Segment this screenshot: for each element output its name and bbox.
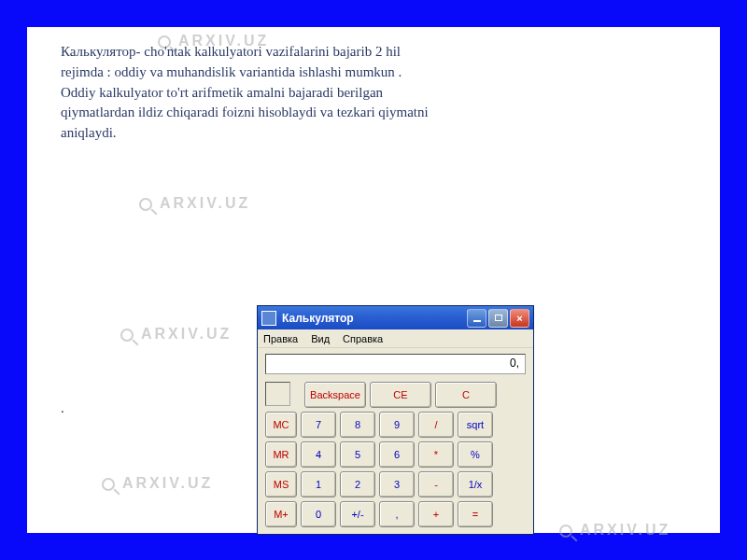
stray-dot: . <box>61 400 64 416</box>
key-decimal[interactable]: , <box>379 501 415 527</box>
mc-button[interactable]: MC <box>265 412 297 438</box>
key-9[interactable]: 9 <box>379 412 415 438</box>
mplus-button[interactable]: M+ <box>265 501 297 527</box>
key-subtract[interactable]: - <box>418 471 454 497</box>
key-3[interactable]: 3 <box>379 471 415 497</box>
key-0[interactable]: 0 <box>301 501 336 527</box>
ce-button[interactable]: CE <box>370 382 431 408</box>
keypad: Backspace CE C MC 7 8 9 / sqrt MR 4 5 6 … <box>258 378 533 539</box>
description-text: Калькулятор- cho'ntak kalkulyatori vazif… <box>61 42 434 144</box>
key-multiply[interactable]: * <box>418 441 454 468</box>
calculator-window: Калькулятор × Правка Вид Справка 0, Back… <box>257 305 534 535</box>
titlebar[interactable]: Калькулятор × <box>258 306 533 329</box>
app-icon <box>261 311 276 326</box>
watermark: ARXIV.UZ <box>102 475 213 492</box>
ms-button[interactable]: MS <box>265 471 297 497</box>
calc-display: 0, <box>265 354 526 374</box>
backspace-button[interactable]: Backspace <box>304 382 366 408</box>
key-plusminus[interactable]: +/- <box>340 501 375 527</box>
menubar: Правка Вид Справка <box>258 329 533 348</box>
maximize-button <box>488 309 508 328</box>
key-6[interactable]: 6 <box>379 441 415 468</box>
key-add[interactable]: + <box>418 501 454 527</box>
key-5[interactable]: 5 <box>340 441 375 468</box>
watermark: ARXIV.UZ <box>139 195 250 212</box>
c-button[interactable]: C <box>435 382 497 408</box>
key-7[interactable]: 7 <box>301 412 336 438</box>
key-2[interactable]: 2 <box>340 471 375 497</box>
memory-indicator <box>265 382 290 406</box>
minimize-button[interactable] <box>467 309 486 328</box>
slide-page: ARXIV.UZ ARXIV.UZ ARXIV.UZ ARXIV.UZ ARXI… <box>26 26 721 534</box>
menu-edit[interactable]: Правка <box>263 333 298 344</box>
key-8[interactable]: 8 <box>340 412 375 438</box>
key-inverse[interactable]: 1/x <box>458 471 493 497</box>
menu-help[interactable]: Справка <box>343 333 383 344</box>
key-percent[interactable]: % <box>458 441 493 468</box>
watermark: ARXIV.UZ <box>120 326 232 343</box>
close-button[interactable]: × <box>510 309 529 328</box>
key-divide[interactable]: / <box>418 412 454 438</box>
mr-button[interactable]: MR <box>265 441 297 468</box>
watermark: ARXIV.UZ <box>559 522 670 539</box>
key-4[interactable]: 4 <box>301 441 336 468</box>
key-equals[interactable]: = <box>458 501 493 527</box>
key-1[interactable]: 1 <box>301 471 336 497</box>
window-title: Калькулятор <box>282 312 354 325</box>
menu-view[interactable]: Вид <box>311 333 330 344</box>
key-sqrt[interactable]: sqrt <box>458 412 493 438</box>
